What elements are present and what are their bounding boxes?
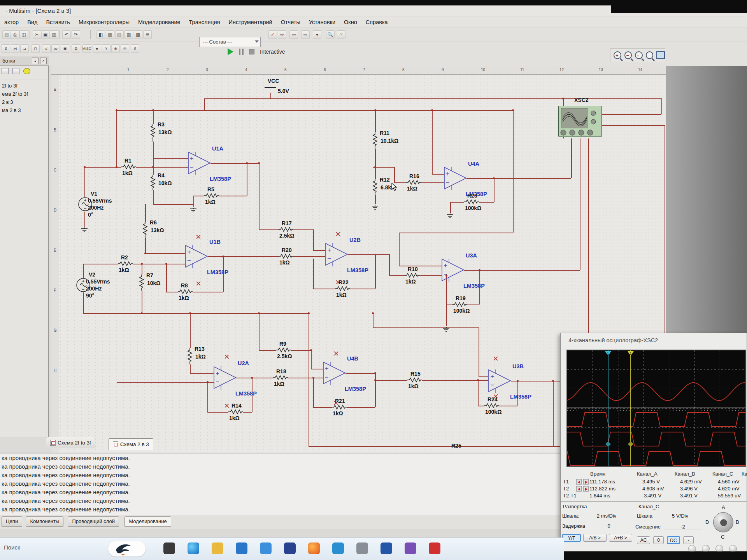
part-bin-icon-2[interactable]: ⊐ bbox=[20, 44, 29, 53]
toolbar-icon-2[interactable]: ◫ bbox=[19, 30, 28, 39]
pause-simulation-button[interactable] bbox=[239, 49, 244, 55]
taskbar-search-label[interactable]: Поиск bbox=[4, 544, 20, 551]
part-bin-icon-9[interactable]: ■ bbox=[93, 44, 101, 53]
part-bin-icon-10[interactable]: Y bbox=[102, 44, 110, 53]
taskbar-app-pill[interactable] bbox=[108, 541, 146, 556]
mail-icon[interactable] bbox=[260, 542, 272, 554]
store-icon[interactable] bbox=[236, 542, 247, 554]
part-bin-icon-5[interactable]: ov bbox=[51, 44, 60, 53]
firefox-icon[interactable] bbox=[308, 542, 320, 554]
panel-close-button[interactable]: × bbox=[40, 58, 47, 64]
menu-item-Вставить[interactable]: Вставить bbox=[42, 18, 73, 27]
open-schematic-icon[interactable] bbox=[12, 68, 19, 74]
part-bin-icon-3[interactable]: ⊓ bbox=[31, 44, 40, 53]
design-tree-item-2[interactable]: 2 в 3 bbox=[0, 98, 49, 106]
app-red-icon[interactable] bbox=[429, 542, 440, 554]
results-tab-3[interactable]: Моделирование bbox=[124, 516, 171, 527]
app-blue2-icon[interactable] bbox=[381, 542, 392, 554]
new-schematic-icon[interactable] bbox=[2, 68, 9, 74]
channel-button--[interactable]: - bbox=[683, 536, 694, 544]
toolbar-icon-13[interactable]: ≣ bbox=[143, 30, 152, 39]
cursor-left-arrow-button[interactable] bbox=[576, 479, 582, 485]
channel-select-knob[interactable] bbox=[713, 512, 733, 532]
interactive-simulation-label[interactable]: Interactive bbox=[260, 49, 285, 55]
calculator-icon[interactable] bbox=[356, 542, 368, 554]
toolbar-icon-8[interactable]: ◧ bbox=[96, 30, 105, 39]
results-tab-2[interactable]: Проводящий слой bbox=[68, 516, 119, 527]
design-tree-item-1[interactable]: ема 2f to 3f bbox=[0, 90, 49, 98]
results-tab-0[interactable]: Цепи bbox=[2, 516, 22, 527]
part-bin-icon-6[interactable]: ▣ bbox=[61, 44, 69, 53]
channel-offset-value[interactable]: -2 bbox=[664, 524, 701, 530]
menu-item-актор[interactable]: актор bbox=[1, 18, 22, 27]
menu-item-Микроконтроллеры[interactable]: Микроконтроллеры bbox=[75, 18, 133, 27]
part-bin-icon-12[interactable]: ◎ bbox=[121, 44, 129, 53]
transfer-icon-4[interactable]: ▾ bbox=[313, 30, 321, 39]
zoom-area-icon[interactable]: ▫ bbox=[635, 51, 643, 59]
menu-item-Отчеты[interactable]: Отчеты bbox=[277, 18, 304, 27]
menu-item-Инструментарий[interactable]: Инструментарий bbox=[225, 18, 276, 27]
zoom-out-icon[interactable]: − bbox=[624, 51, 632, 59]
cursor-right-arrow-button[interactable] bbox=[583, 486, 589, 492]
transfer-icon-0[interactable]: ✓ bbox=[268, 30, 277, 39]
timebase-button-A+B >[interactable]: A+B > bbox=[609, 534, 632, 542]
toolbar-icon-6[interactable]: ↶ bbox=[62, 30, 71, 39]
part-bin-icon-13[interactable]: Л bbox=[131, 44, 139, 53]
full-page-icon[interactable] bbox=[656, 51, 665, 59]
toolbar-icon-9[interactable]: ▦ bbox=[106, 30, 114, 39]
menu-item-Установки[interactable]: Установки bbox=[305, 18, 339, 27]
multisim-app-icon[interactable] bbox=[284, 542, 296, 554]
toolbar-icon-7[interactable]: ↷ bbox=[72, 30, 80, 39]
cursor-right-arrow-button[interactable] bbox=[583, 479, 589, 485]
part-bin-icon-11[interactable]: ⊗ bbox=[111, 44, 120, 53]
part-bin-icon-4[interactable]: d bbox=[42, 44, 51, 53]
history-clock-icon[interactable] bbox=[23, 68, 30, 74]
transfer-icon-3[interactable]: ⇨ bbox=[301, 30, 310, 39]
transfer-icon-6[interactable]: ? bbox=[337, 30, 345, 39]
task-view-icon[interactable] bbox=[163, 542, 175, 554]
part-bin-icon-8[interactable]: MISC bbox=[82, 44, 91, 53]
design-tree-item-0[interactable]: 2f to 3f bbox=[0, 82, 49, 90]
results-tab-1[interactable]: Компоненты bbox=[26, 516, 63, 527]
toolbar-icon-3[interactable]: ✂ bbox=[33, 30, 41, 39]
channel-button-0[interactable]: 0 bbox=[653, 536, 664, 544]
cursor-left-arrow-button[interactable] bbox=[576, 486, 582, 492]
channel-button-DC[interactable]: DC bbox=[667, 536, 680, 544]
transfer-icon-5[interactable]: 🔍 bbox=[326, 30, 335, 39]
toolbar-icon-1[interactable]: ⎙ bbox=[11, 30, 19, 39]
timebase-scale-value[interactable]: 2 ms/Div bbox=[583, 513, 630, 519]
timebase-button-A/B >[interactable]: A/B > bbox=[583, 534, 607, 542]
run-simulation-button[interactable] bbox=[228, 48, 233, 55]
sheet-tab-0[interactable]: Схема 2f to 3f bbox=[46, 437, 95, 448]
part-bin-icon-0[interactable]: ⊻ bbox=[2, 44, 10, 53]
part-bin-icon-7[interactable]: ⊞ bbox=[72, 44, 80, 53]
menu-item-Вид[interactable]: Вид bbox=[24, 18, 41, 27]
zoom-fit-icon[interactable] bbox=[646, 51, 654, 59]
zoom-in-icon[interactable]: + bbox=[614, 51, 621, 59]
menu-item-Окно[interactable]: Окно bbox=[340, 18, 361, 27]
panel-minimize-button[interactable]: ▴ bbox=[32, 58, 39, 64]
toolbar-icon-12[interactable]: ▩ bbox=[134, 30, 142, 39]
app-blue-icon[interactable] bbox=[332, 542, 344, 554]
channel-button-AC[interactable]: AC bbox=[637, 536, 650, 544]
edge-browser-icon[interactable] bbox=[188, 542, 199, 554]
oscilloscope-window[interactable]: 4-хканальный осциллограф-XSC2 12 ВремяКа… bbox=[560, 333, 747, 551]
photos-icon[interactable] bbox=[405, 542, 416, 554]
menu-item-Трансляция[interactable]: Трансляция bbox=[186, 18, 224, 27]
toolbar-icon-10[interactable]: ▤ bbox=[115, 30, 124, 39]
toolbar-icon-4[interactable]: ▣ bbox=[41, 30, 50, 39]
part-bin-icon-1[interactable]: ⋈ bbox=[11, 44, 19, 53]
file-explorer-icon[interactable] bbox=[212, 542, 223, 554]
toolbar-icon-0[interactable]: ▤ bbox=[2, 30, 11, 39]
transfer-icon-2[interactable]: ⇦ bbox=[289, 30, 298, 39]
menu-item-Справка[interactable]: Справка bbox=[362, 18, 391, 27]
channel-scale-value[interactable]: 5 V/Div bbox=[659, 513, 701, 519]
sheet-tab-1[interactable]: Схема 2 в 3 bbox=[109, 438, 153, 450]
menu-item-Моделирование[interactable]: Моделирование bbox=[135, 18, 184, 27]
stop-simulation-button[interactable] bbox=[249, 49, 254, 54]
toolbar-icon-11[interactable]: ▨ bbox=[124, 30, 133, 39]
toolbar-icon-5[interactable]: ▥ bbox=[50, 30, 58, 39]
timebase-button-Y/T[interactable]: Y/T bbox=[562, 534, 581, 542]
transfer-icon-1[interactable]: ⇨ bbox=[278, 30, 286, 39]
timebase-delay-value[interactable]: 0 bbox=[588, 523, 630, 529]
